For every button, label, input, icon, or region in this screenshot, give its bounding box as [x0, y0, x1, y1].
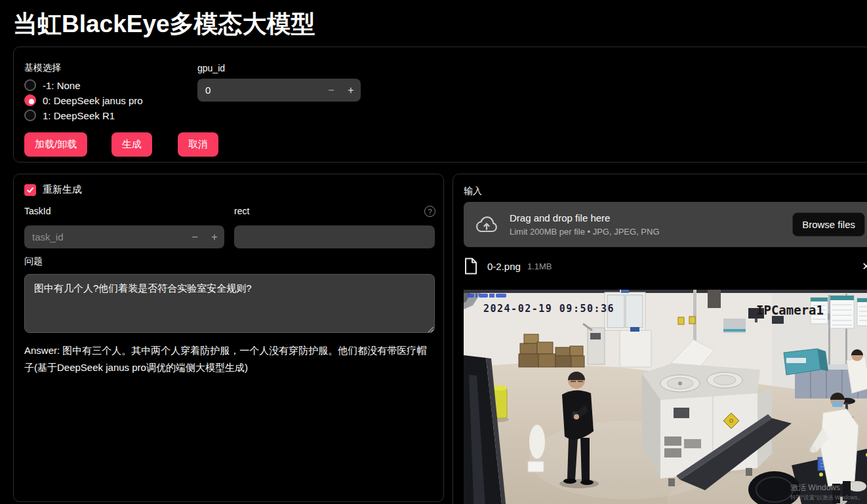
- radio-option-label: 1: DeepSeek R1: [43, 110, 115, 121]
- radio-option-janus-pro[interactable]: 0: DeepSeek janus pro: [24, 94, 143, 106]
- rect-input-group: [234, 225, 435, 248]
- radio-checked-icon[interactable]: [24, 94, 36, 106]
- face-mask: [832, 401, 843, 407]
- gpu-id-input-group: − +: [197, 79, 361, 102]
- cancel-button[interactable]: 取消: [178, 132, 218, 157]
- uploaded-image-preview[interactable]: 2024-02-19 09:50:36 IPCamera1 激活 Windows…: [464, 290, 867, 504]
- rect-label: rect: [234, 206, 249, 216]
- question-label: 问题: [24, 256, 43, 267]
- checkbox-checked-icon[interactable]: [24, 184, 36, 196]
- cctv-timestamp: 2024-02-19 09:50:36: [483, 303, 615, 315]
- radio-icon[interactable]: [24, 109, 36, 121]
- radio-option-label: -1: None: [43, 80, 81, 91]
- radio-option-label: 0: DeepSeek janus pro: [43, 95, 143, 106]
- taskid-increment-button[interactable]: +: [205, 225, 224, 248]
- browse-files-button[interactable]: Browse files: [792, 212, 865, 237]
- load-unload-button[interactable]: 加载/卸载: [24, 132, 87, 157]
- taskid-label: TaskId: [24, 206, 50, 216]
- model-config-panel: 基模选择 -1: None 0: DeepSeek janus pro 1: D…: [13, 47, 867, 163]
- gpu-id-label: gpu_id: [197, 63, 225, 73]
- file-name: 0-2.png: [487, 261, 521, 272]
- windows-watermark-line2: 转到"设置"以激活 Windows。: [790, 494, 863, 501]
- uploaded-file-row: 0-2.png 1.1MB ✕: [464, 256, 867, 277]
- doorway: [708, 290, 721, 308]
- gpu-id-decrement-button[interactable]: −: [321, 79, 341, 102]
- page-title: 当虹BlackEye多模态大模型: [13, 8, 315, 41]
- warning-sign: [689, 317, 695, 324]
- taskid-input[interactable]: [24, 231, 185, 242]
- checkmark-icon: [26, 186, 34, 194]
- dropzone-title: Drag and drop file here: [510, 212, 660, 223]
- remove-file-button[interactable]: ✕: [857, 257, 867, 275]
- small-box: [528, 461, 544, 472]
- radio-option-r1[interactable]: 1: DeepSeek R1: [24, 109, 115, 121]
- warning-sign: [678, 317, 684, 324]
- gpu-id-input[interactable]: [197, 85, 321, 96]
- hanging-coat: [529, 425, 545, 459]
- gpu-id-increment-button[interactable]: +: [341, 79, 361, 102]
- regenerate-label: 重新生成: [43, 184, 82, 196]
- rect-input[interactable]: [234, 231, 435, 242]
- radio-group-label: 基模选择: [24, 62, 61, 74]
- camera-vendor-logo: [468, 294, 506, 298]
- task-panel: 重新生成 TaskId − + rect ? 问题 图中有几个人?他们着装是否符…: [13, 174, 444, 502]
- regenerate-checkbox-row[interactable]: 重新生成: [24, 184, 82, 196]
- radio-icon[interactable]: [24, 79, 36, 91]
- taskid-input-group: − +: [24, 225, 224, 248]
- file-uploader-dropzone[interactable]: Drag and drop file here Limit 200MB per …: [464, 202, 867, 247]
- lab-photo: 2024-02-19 09:50:36 IPCamera1 激活 Windows…: [464, 290, 867, 504]
- answer-text: Answer: 图中有三个人。其中两个人穿着防护服，一个人没有穿防护服。他们都没…: [24, 342, 436, 377]
- ceiling-strip: [464, 290, 867, 293]
- windows-watermark-line1: 激活 Windows: [790, 483, 840, 492]
- cctv-camera-label: IPCamera1: [756, 303, 824, 317]
- question-textarea[interactable]: 图中有几个人?他们着装是否符合实验室安全规则?: [24, 274, 435, 333]
- radio-option-none[interactable]: -1: None: [24, 79, 81, 91]
- white-tank: [620, 327, 651, 367]
- taskid-decrement-button[interactable]: −: [185, 225, 205, 248]
- cloud-upload-icon: [474, 215, 499, 235]
- help-icon[interactable]: ?: [424, 206, 435, 217]
- input-panel: 输入 Drag and drop file here Limit 200MB p…: [453, 174, 867, 504]
- input-label: 输入: [464, 185, 482, 197]
- file-size: 1.1MB: [527, 262, 552, 271]
- dropzone-limit-text: Limit 200MB per file • JPG, JPEG, PNG: [510, 227, 660, 237]
- generate-button[interactable]: 生成: [111, 132, 152, 157]
- file-document-icon: [464, 258, 478, 275]
